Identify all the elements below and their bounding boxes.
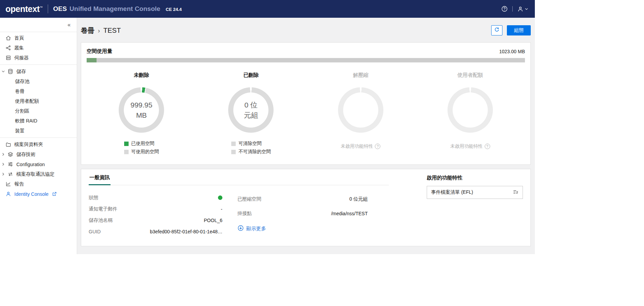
field-label: GUID (89, 229, 101, 234)
show-more-label: 顯示更多 (246, 225, 266, 232)
sidebar-item-servers[interactable]: 伺服器 (0, 53, 77, 63)
refresh-icon (494, 27, 500, 34)
sidebar-item-label: 檔案與資料夾 (14, 142, 43, 148)
breadcrumb: 卷冊 › TEST (81, 26, 121, 35)
home-icon (5, 35, 11, 41)
legend-used-space: 已使用空間 (124, 141, 155, 147)
field-label: 狀態 (89, 195, 98, 201)
status-ok-dot (218, 195, 222, 200)
product-name: OES (53, 5, 67, 13)
breadcrumb-separator: › (98, 27, 100, 34)
sidebar-item-label: 分割區 (15, 108, 29, 114)
breadcrumb-section[interactable]: 卷冊 (81, 26, 94, 35)
sidebar-item-partitions[interactable]: 分割區 (0, 106, 77, 116)
help-button[interactable] (501, 5, 508, 12)
usage-progress-bar (87, 58, 525, 62)
person-icon (5, 191, 11, 197)
enabled-features-title: 啟用的功能特性 (427, 175, 523, 181)
field-label: 已壓縮空間 (237, 196, 261, 202)
breadcrumb-current: TEST (103, 27, 121, 34)
sidebar-item-label: 卷冊 (15, 88, 25, 94)
sidebar-item-identity-console[interactable]: Identity Console (0, 189, 77, 199)
sidebar-item-configuration[interactable]: Configuration (0, 159, 77, 169)
field-pool-name: 儲存池名稱 POOL_6 (89, 215, 222, 226)
sidebar-item-files-folders[interactable]: 檔案與資料夾 (0, 140, 77, 149)
sidebar-item-label: 使用者配額 (15, 98, 39, 104)
sidebar-item-label: Configuration (16, 162, 45, 167)
field-compressed-space: 已壓縮空間 0 位元組 (237, 192, 368, 206)
topbar-thin-divider (512, 6, 513, 12)
sidebar-collapse-button[interactable]: « (0, 18, 77, 32)
sidebar-item-label: 裝置 (15, 128, 25, 134)
logo-text: opentext (5, 4, 40, 14)
field-label: 掛接點 (237, 210, 252, 217)
sidebar-divider (0, 64, 77, 65)
field-value: b3efed00-85f2-01ef-80-01-1e48… (150, 229, 223, 234)
legend-swatch-gray (231, 150, 236, 154)
legend-label: 可使用的空間 (131, 149, 159, 155)
field-notification-email: 通知電子郵件 - (89, 203, 222, 215)
sidebar-item-user-quotas[interactable]: 使用者配額 (0, 96, 77, 106)
field-value: 0 位元組 (349, 196, 368, 202)
question-circle-icon[interactable]: ? (375, 144, 380, 149)
usage-total-value: 1023.00 MB (499, 49, 525, 54)
legend-label: 可清除空間 (238, 141, 262, 147)
sidebar-item-pools[interactable]: 儲存池 (0, 76, 77, 86)
sidebar-item-storage[interactable]: 儲存 (0, 67, 77, 76)
sidebar-item-storage-tech[interactable]: 儲存技術 (0, 149, 77, 159)
app-window: opentext™ OES Unified Management Console… (0, 0, 535, 254)
show-more-link[interactable]: 顯示更多 (237, 225, 368, 232)
sidebar-item-reports[interactable]: 報告 (0, 179, 77, 189)
folder-icon (5, 142, 11, 147)
donut-deleted: 已刪除 0 位 元組 可清除空間 (196, 72, 306, 155)
donut-title: 使用者配額 (457, 72, 483, 78)
database-icon (8, 69, 13, 74)
user-menu-button[interactable] (517, 6, 529, 12)
field-guid: GUID b3efed00-85f2-01ef-80-01-1e48… (89, 226, 222, 237)
server-icon (5, 55, 11, 61)
external-link-icon (52, 191, 57, 197)
feature-item-efl[interactable]: 事件檔案清單 (EFL) (427, 186, 523, 199)
usage-title: 空間使用量 (87, 48, 112, 55)
legend-swatch-gray (231, 142, 236, 146)
report-chart-icon (5, 181, 11, 187)
legend-non-purgeable-space: 不可清除的空間 (231, 149, 271, 155)
chevron-right-icon (1, 152, 5, 157)
main-content: 卷冊 › TEST 組態 空間使用量 1023.00 MB (77, 18, 535, 254)
sidebar-item-label: 首頁 (14, 35, 24, 41)
sidebar-item-label: 軟體 RAID (15, 118, 37, 124)
legend-purgeable-space: 可清除空間 (231, 141, 262, 147)
donut-title: 未刪除 (134, 72, 149, 78)
field-status: 狀態 (89, 192, 222, 203)
legend-swatch-gray (124, 150, 129, 154)
sidebar-item-label: 儲存池 (15, 78, 29, 85)
disabled-note-label: 未啟用功能特性 (450, 143, 483, 149)
sidebar: « 首頁 叢集 伺服器 儲存 儲存池 (0, 18, 77, 254)
sidebar-item-cluster[interactable]: 叢集 (0, 43, 77, 53)
refresh-button[interactable] (491, 25, 502, 35)
question-circle-icon[interactable]: ? (485, 144, 490, 149)
donut-center-unit: 元組 (244, 110, 258, 120)
sidebar-item-volumes[interactable]: 卷冊 (0, 86, 77, 96)
sidebar-item-software-raid[interactable]: 軟體 RAID (0, 116, 77, 126)
tab-general-info[interactable]: 一般資訊 (89, 169, 111, 185)
deleted-donut-chart: 0 位 元組 (228, 87, 274, 133)
donut-center-value: 999.95 (131, 100, 152, 110)
sidebar-item-label: 儲存 (16, 69, 26, 75)
disabled-note-label: 未啟用功能特性 (341, 143, 373, 149)
configure-button[interactable]: 組態 (507, 25, 531, 35)
sidebar-item-file-protocols[interactable]: 檔案存取通訊協定 (0, 169, 77, 179)
layers-icon (8, 151, 13, 157)
collapse-chevrons-icon: « (68, 22, 71, 28)
field-mount-point: 掛接點 /media/nss/TEST (237, 206, 368, 221)
field-label: 儲存池名稱 (89, 217, 113, 223)
info-tab-bar: 一般資訊 (89, 169, 389, 185)
product-subtitle: Unified Management Console (70, 5, 160, 13)
field-label: 通知電子郵件 (89, 206, 117, 212)
sidebar-item-home[interactable]: 首頁 (0, 33, 77, 43)
chevron-right-icon (1, 172, 5, 176)
space-usage-card: 空間使用量 1023.00 MB 未刪除 999.95 MB (81, 42, 531, 165)
donut-center-value: 0 位 (245, 100, 258, 110)
sidebar-item-devices[interactable]: 裝置 (0, 126, 77, 136)
chevron-right-icon (1, 162, 5, 166)
